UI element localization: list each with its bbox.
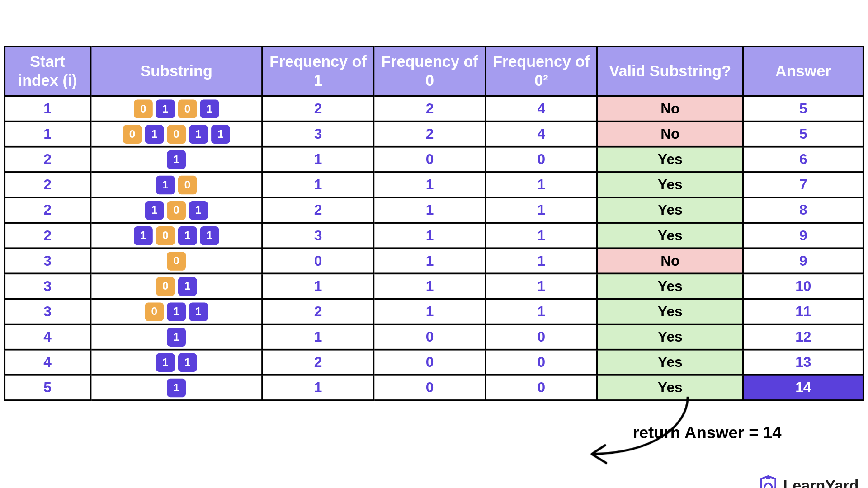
bit-zero-chip: 0 (178, 176, 197, 194)
header-valid: Valid Substring? (597, 47, 743, 96)
bit-one-chip: 1 (167, 379, 185, 397)
table-row: 21100Yes6 (5, 147, 863, 172)
bit-one-chip: 1 (211, 125, 230, 144)
cell-freq-0: 0 (374, 147, 486, 172)
cell-start-index: 3 (5, 299, 90, 324)
table-row: 51100Yes14 (5, 375, 863, 400)
bit-one-chip: 1 (167, 328, 185, 347)
cell-answer: 11 (743, 299, 863, 324)
bit-one-chip: 1 (134, 226, 152, 245)
cell-answer: 14 (743, 375, 863, 400)
bit-zero-chip: 0 (134, 100, 152, 118)
cell-freq-0-sq: 1 (486, 299, 597, 324)
svg-rect-0 (766, 477, 770, 479)
bit-zero-chip: 0 (167, 125, 185, 144)
cell-freq-1: 0 (262, 249, 374, 274)
bit-zero-chip: 0 (167, 201, 185, 220)
cell-answer: 12 (743, 324, 863, 350)
arrow-icon (577, 393, 698, 475)
cell-start-index: 4 (5, 324, 90, 350)
header-freq-0: Frequency of 0 (374, 47, 486, 96)
brand-name: LearnYard (783, 478, 859, 488)
cell-substring: 1 (90, 375, 262, 400)
cell-freq-0: 1 (374, 249, 486, 274)
cell-freq-0: 0 (374, 375, 486, 400)
table-row: 210111Yes7 (5, 173, 863, 198)
cell-answer: 5 (743, 96, 863, 122)
bit-one-chip: 1 (156, 176, 175, 194)
cell-freq-1: 2 (262, 299, 374, 324)
brand-logo: LearnYard (759, 475, 859, 488)
bit-one-chip: 1 (189, 201, 208, 220)
cell-freq-0: 0 (374, 350, 486, 375)
header-freq-0-sq: Frequency of 0² (486, 47, 597, 96)
bit-one-chip: 1 (167, 303, 185, 321)
cell-freq-1: 2 (262, 96, 374, 122)
cell-freq-1: 1 (262, 274, 374, 299)
cell-freq-1: 3 (262, 223, 374, 249)
cell-substring: 10 (90, 173, 262, 198)
cell-freq-0: 1 (374, 223, 486, 249)
bit-one-chip: 1 (189, 303, 208, 321)
header-substring: Substring (90, 47, 262, 96)
cell-start-index: 1 (5, 96, 90, 122)
bit-zero-chip: 0 (167, 252, 185, 270)
cell-substring: 1 (90, 147, 262, 172)
cell-freq-0-sq: 0 (486, 147, 597, 172)
table-row: 411200Yes13 (5, 350, 863, 375)
cell-start-index: 2 (5, 223, 90, 249)
bit-zero-chip: 0 (123, 125, 142, 144)
table-row: 30011No9 (5, 249, 863, 274)
bit-one-chip: 1 (145, 201, 164, 220)
cell-start-index: 2 (5, 173, 90, 198)
cell-answer: 13 (743, 350, 863, 375)
bit-one-chip: 1 (156, 100, 175, 118)
bit-zero-chip: 0 (178, 100, 197, 118)
cell-freq-1: 1 (262, 147, 374, 172)
table-row: 41100Yes12 (5, 324, 863, 350)
bit-one-chip: 1 (178, 226, 197, 245)
cell-freq-0-sq: 0 (486, 350, 597, 375)
cell-substring: 101 (90, 198, 262, 223)
cell-freq-0-sq: 1 (486, 249, 597, 274)
cell-freq-0: 1 (374, 274, 486, 299)
cell-freq-1: 2 (262, 198, 374, 223)
cell-freq-1: 1 (262, 375, 374, 400)
header-freq-1: Frequency of 1 (262, 47, 374, 96)
cell-valid: Yes (597, 173, 743, 198)
cell-substring: 11 (90, 350, 262, 375)
table-row: 10101224No5 (5, 96, 863, 122)
cell-substring: 1 (90, 324, 262, 350)
cell-valid: No (597, 249, 743, 274)
cell-answer: 9 (743, 223, 863, 249)
cell-freq-0-sq: 1 (486, 274, 597, 299)
cell-freq-0: 2 (374, 96, 486, 122)
cell-freq-1: 2 (262, 350, 374, 375)
cell-start-index: 2 (5, 198, 90, 223)
cell-freq-1: 3 (262, 122, 374, 147)
bit-one-chip: 1 (200, 100, 219, 118)
cell-answer: 8 (743, 198, 863, 223)
cell-freq-0-sq: 1 (486, 173, 597, 198)
bit-zero-chip: 0 (156, 277, 175, 296)
cell-start-index: 3 (5, 249, 90, 274)
cell-substring: 1011 (90, 223, 262, 249)
cell-start-index: 4 (5, 350, 90, 375)
shield-icon (759, 475, 778, 488)
table-row: 3011211Yes11 (5, 299, 863, 324)
cell-freq-0: 1 (374, 173, 486, 198)
cell-freq-1: 1 (262, 324, 374, 350)
cell-freq-0-sq: 1 (486, 223, 597, 249)
cell-valid: Yes (597, 274, 743, 299)
cell-valid: No (597, 96, 743, 122)
cell-valid: No (597, 122, 743, 147)
algorithm-trace-diagram: Start index (i) Substring Frequency of 1… (4, 46, 864, 442)
cell-answer: 10 (743, 274, 863, 299)
cell-freq-0: 2 (374, 122, 486, 147)
cell-freq-0-sq: 4 (486, 122, 597, 147)
cell-valid: Yes (597, 198, 743, 223)
cell-answer: 7 (743, 173, 863, 198)
header-answer: Answer (743, 47, 863, 96)
cell-start-index: 5 (5, 375, 90, 400)
cell-valid: Yes (597, 147, 743, 172)
